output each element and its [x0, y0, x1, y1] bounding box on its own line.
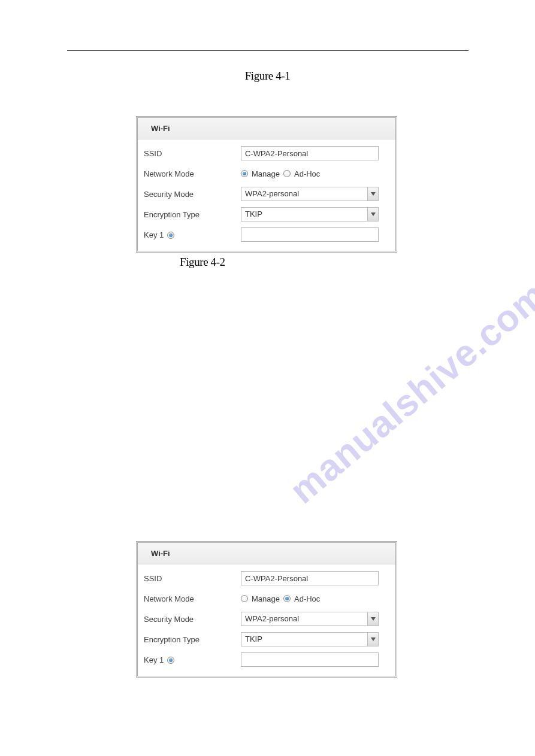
key1-input[interactable] [241, 227, 379, 242]
ssid-label: SSID [144, 574, 241, 583]
network-mode-adhoc-label: Ad-Hoc [294, 594, 320, 603]
ssid-input[interactable] [241, 146, 379, 160]
chevron-down-icon [367, 612, 378, 626]
network-mode-manage-radio[interactable] [241, 170, 248, 177]
key1-label-row: Key 1 [144, 230, 241, 239]
network-mode-adhoc-label: Ad-Hoc [294, 169, 320, 178]
network-mode-adhoc-radio[interactable] [283, 595, 291, 602]
chevron-down-icon [367, 208, 378, 221]
network-mode-radio-group: Manage Ad-Hoc [241, 169, 389, 178]
watermark: manualshive.com [282, 273, 535, 511]
security-mode-label: Security Mode [144, 615, 241, 624]
key1-input[interactable] [241, 652, 379, 667]
key1-label: Key 1 [144, 230, 164, 239]
encryption-type-value: TKIP [241, 632, 379, 646]
wifi-settings-panel-1: Wi-Fi SSID Network Mode Manage Ad-Hoc Se… [136, 116, 397, 253]
network-mode-manage-label: Manage [252, 169, 280, 178]
encryption-type-label: Encryption Type [144, 210, 241, 219]
wifi-settings-panel-2: Wi-Fi SSID Network Mode Manage Ad-Hoc Se… [136, 541, 397, 678]
encryption-type-label: Encryption Type [144, 635, 241, 644]
encryption-type-value: TKIP [241, 207, 379, 221]
network-mode-adhoc-radio[interactable] [283, 170, 291, 177]
key1-label: Key 1 [144, 655, 164, 664]
encryption-type-select[interactable]: TKIP [241, 632, 379, 646]
ssid-label: SSID [144, 149, 241, 158]
security-mode-value: WPA2-personal [241, 187, 379, 201]
security-mode-select[interactable]: WPA2-personal [241, 187, 379, 201]
ssid-input[interactable] [241, 571, 379, 585]
security-mode-select[interactable]: WPA2-personal [241, 612, 379, 626]
page-divider [67, 50, 468, 51]
panel-body: SSID Network Mode Manage Ad-Hoc Security… [138, 564, 395, 676]
panel-body: SSID Network Mode Manage Ad-Hoc Security… [138, 139, 395, 251]
encryption-type-select[interactable]: TKIP [241, 207, 379, 221]
network-mode-manage-label: Manage [252, 594, 280, 603]
figure-41-caption: Figure 4-1 [0, 69, 535, 83]
key1-radio[interactable] [167, 657, 174, 664]
key1-label-row: Key 1 [144, 655, 241, 664]
network-mode-radio-group: Manage Ad-Hoc [241, 594, 389, 603]
security-mode-value: WPA2-personal [241, 612, 379, 626]
chevron-down-icon [367, 633, 378, 646]
key1-radio[interactable] [167, 232, 174, 239]
panel-title: Wi-Fi [138, 543, 395, 564]
network-mode-label: Network Mode [144, 594, 241, 603]
chevron-down-icon [367, 187, 378, 201]
panel-title: Wi-Fi [138, 118, 395, 139]
network-mode-manage-radio[interactable] [241, 595, 248, 602]
figure-42-caption: Figure 4-2 [180, 256, 225, 269]
security-mode-label: Security Mode [144, 190, 241, 199]
network-mode-label: Network Mode [144, 169, 241, 178]
